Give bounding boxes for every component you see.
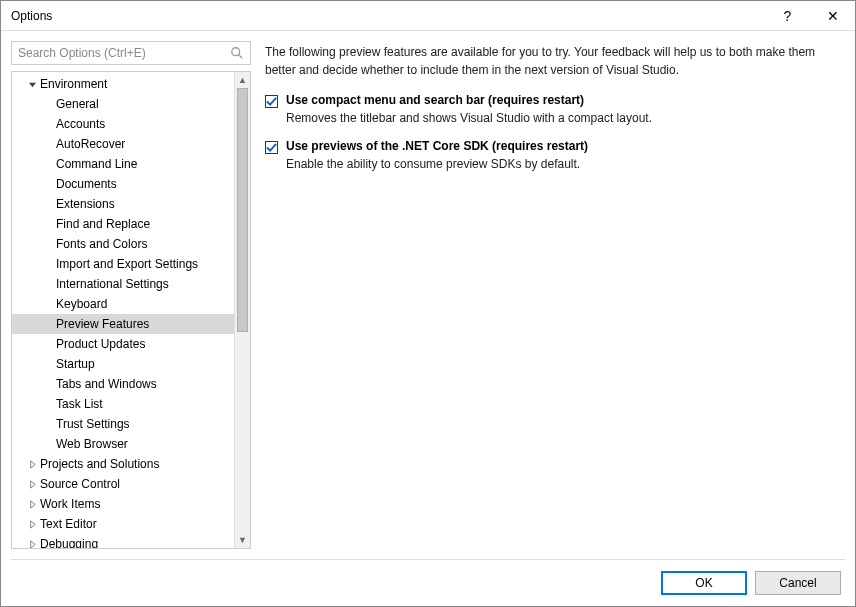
tree-item-label: Trust Settings xyxy=(56,417,130,431)
help-icon: ? xyxy=(784,8,792,24)
check-icon xyxy=(266,96,277,107)
tree-item[interactable]: Find and Replace xyxy=(12,214,234,234)
tree-item-label: Preview Features xyxy=(56,317,149,331)
tree-item-label: Documents xyxy=(56,177,117,191)
ok-button[interactable]: OK xyxy=(661,571,747,595)
ok-button-label: OK xyxy=(695,576,712,590)
tree-item[interactable]: General xyxy=(12,94,234,114)
tree-item-label: International Settings xyxy=(56,277,169,291)
tree-group-label: Work Items xyxy=(40,497,100,511)
svg-point-0 xyxy=(232,48,240,56)
scroll-track[interactable] xyxy=(235,88,250,532)
tree-item-label: Startup xyxy=(56,357,95,371)
body: EnvironmentGeneralAccountsAutoRecoverCom… xyxy=(1,31,855,559)
option-title: Use previews of the .NET Core SDK (requi… xyxy=(286,139,588,153)
close-button[interactable]: ✕ xyxy=(810,1,855,31)
tree-item-label: Keyboard xyxy=(56,297,107,311)
tree-item[interactable]: Web Browser xyxy=(12,434,234,454)
cancel-button-label: Cancel xyxy=(779,576,816,590)
search-icon xyxy=(230,46,244,60)
tree-item[interactable]: Accounts xyxy=(12,114,234,134)
intro-text: The following preview features are avail… xyxy=(265,43,845,79)
search-input[interactable] xyxy=(18,46,230,60)
option-desc: Enable the ability to consume preview SD… xyxy=(286,157,588,171)
option-texts: Use previews of the .NET Core SDK (requi… xyxy=(286,139,588,171)
tree-item[interactable]: Product Updates xyxy=(12,334,234,354)
tree-item[interactable]: Fonts and Colors xyxy=(12,234,234,254)
window-title: Options xyxy=(11,9,765,23)
tree-item[interactable]: Preview Features xyxy=(12,314,234,334)
tree-item[interactable]: Keyboard xyxy=(12,294,234,314)
svg-line-1 xyxy=(239,55,243,59)
scroll-thumb[interactable] xyxy=(237,88,248,332)
tree-item[interactable]: Tabs and Windows xyxy=(12,374,234,394)
preview-option: Use compact menu and search bar (require… xyxy=(265,93,845,125)
tree-item[interactable]: Documents xyxy=(12,174,234,194)
tree-item-label: Accounts xyxy=(56,117,105,131)
tree-item-label: Product Updates xyxy=(56,337,145,351)
titlebar: Options ? ✕ xyxy=(1,1,855,31)
tree-item-label: Web Browser xyxy=(56,437,128,451)
chevron-right-icon[interactable] xyxy=(26,458,38,470)
category-tree: EnvironmentGeneralAccountsAutoRecoverCom… xyxy=(11,71,251,549)
chevron-right-icon[interactable] xyxy=(26,498,38,510)
chevron-right-icon[interactable] xyxy=(26,518,38,530)
left-column: EnvironmentGeneralAccountsAutoRecoverCom… xyxy=(11,41,251,549)
scroll-up-icon[interactable]: ▲ xyxy=(235,72,250,88)
option-desc: Removes the titlebar and shows Visual St… xyxy=(286,111,652,125)
tree-item[interactable]: International Settings xyxy=(12,274,234,294)
cancel-button[interactable]: Cancel xyxy=(755,571,841,595)
chevron-right-icon[interactable] xyxy=(26,478,38,490)
check-icon xyxy=(266,142,277,153)
chevron-down-icon[interactable] xyxy=(26,78,38,90)
preview-option: Use previews of the .NET Core SDK (requi… xyxy=(265,139,845,171)
option-checkbox[interactable] xyxy=(265,141,278,154)
search-box[interactable] xyxy=(11,41,251,65)
tree-group[interactable]: Projects and Solutions xyxy=(12,454,234,474)
tree-group[interactable]: Environment xyxy=(12,74,234,94)
help-button[interactable]: ? xyxy=(765,1,810,31)
tree-group[interactable]: Source Control xyxy=(12,474,234,494)
tree-group[interactable]: Debugging xyxy=(12,534,234,548)
tree-scrollbar[interactable]: ▲ ▼ xyxy=(234,72,250,548)
tree-item-label: Fonts and Colors xyxy=(56,237,147,251)
content-panel: The following preview features are avail… xyxy=(265,41,845,549)
tree-item[interactable]: Trust Settings xyxy=(12,414,234,434)
close-icon: ✕ xyxy=(827,8,839,24)
footer: OK Cancel xyxy=(1,560,855,606)
tree-item-label: General xyxy=(56,97,99,111)
tree-group[interactable]: Text Editor xyxy=(12,514,234,534)
tree-item-label: Tabs and Windows xyxy=(56,377,157,391)
tree-item[interactable]: Extensions xyxy=(12,194,234,214)
tree-item[interactable]: AutoRecover xyxy=(12,134,234,154)
tree-item-label: Task List xyxy=(56,397,103,411)
tree-item[interactable]: Startup xyxy=(12,354,234,374)
tree-group-label: Projects and Solutions xyxy=(40,457,159,471)
tree-item-label: Import and Export Settings xyxy=(56,257,198,271)
scroll-down-icon[interactable]: ▼ xyxy=(235,532,250,548)
tree-group-label: Debugging xyxy=(40,537,98,548)
tree-group-label: Text Editor xyxy=(40,517,97,531)
tree-group-label: Source Control xyxy=(40,477,120,491)
tree-item[interactable]: Task List xyxy=(12,394,234,414)
option-texts: Use compact menu and search bar (require… xyxy=(286,93,652,125)
tree-item-label: Command Line xyxy=(56,157,137,171)
tree-group[interactable]: Work Items xyxy=(12,494,234,514)
chevron-right-icon[interactable] xyxy=(26,538,38,548)
tree-item-label: Extensions xyxy=(56,197,115,211)
tree-item-label: AutoRecover xyxy=(56,137,125,151)
tree-group-label: Environment xyxy=(40,77,107,91)
option-title: Use compact menu and search bar (require… xyxy=(286,93,652,107)
tree-item[interactable]: Command Line xyxy=(12,154,234,174)
tree-item-label: Find and Replace xyxy=(56,217,150,231)
tree-item[interactable]: Import and Export Settings xyxy=(12,254,234,274)
option-checkbox[interactable] xyxy=(265,95,278,108)
